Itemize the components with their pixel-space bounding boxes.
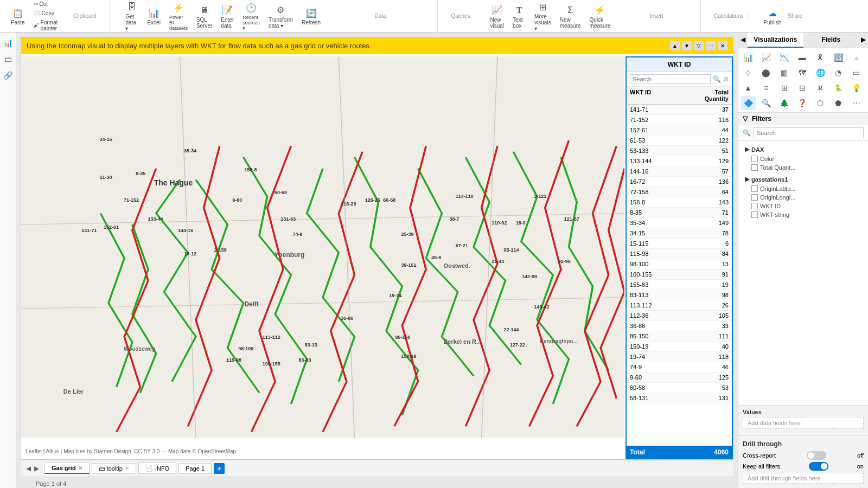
table-row[interactable]: 15-1156	[627, 239, 732, 249]
tab-info[interactable]: 📄 INFO	[138, 463, 176, 474]
enter-data-button[interactable]: 📝 Enter data	[219, 3, 236, 30]
excel-button[interactable]: 📊 Excel	[145, 5, 162, 27]
cut-button[interactable]: ✂ Cut	[31, 0, 60, 8]
viz-icon-stacked-bar[interactable]: 📊	[741, 50, 756, 65]
viz-icon-funnel[interactable]: ⬦	[849, 50, 864, 65]
tab-page1[interactable]: Page 1	[178, 463, 212, 474]
add-drill-fields[interactable]: Add drill-through fields here	[743, 473, 864, 484]
table-row[interactable]: 74-946	[627, 362, 732, 373]
table-row[interactable]: 141-7137	[627, 105, 732, 115]
panel-collapse-arrow[interactable]: ◀	[738, 33, 748, 48]
panel-expand-arrow[interactable]: ▶	[859, 33, 868, 48]
nav-prev[interactable]: ◀	[25, 464, 32, 473]
viz-icon-custom2[interactable]: ⬡	[813, 96, 828, 110]
table-row[interactable]: 83-11398	[627, 290, 732, 300]
viz-icon-filled-map[interactable]: 🌐	[813, 66, 828, 80]
table-row[interactable]: 53-13351	[627, 146, 732, 156]
viz-icon-custom4[interactable]: ⋯	[849, 96, 864, 110]
table-row[interactable]: 86-150111	[627, 331, 732, 342]
title-btn-close[interactable]: ✕	[718, 41, 727, 50]
format-painter-button[interactable]: 🖌 Format painter	[31, 18, 60, 33]
refresh-button[interactable]: 🔄 Refresh	[299, 5, 323, 27]
viz-icon-kpi[interactable]: ▲	[741, 81, 756, 95]
table-row[interactable]: 112-36105	[627, 311, 732, 321]
table-row[interactable]: 144-1657	[627, 166, 732, 177]
publish-button[interactable]: ☁ Publish	[761, 5, 783, 27]
viz-icon-table[interactable]: ⊞	[777, 81, 792, 95]
viz-icon-card[interactable]: ▭	[849, 66, 864, 80]
fields-item-color[interactable]: Color	[743, 155, 864, 163]
table-row[interactable]: 72-15864	[627, 187, 732, 197]
cross-report-toggle[interactable]	[807, 451, 826, 460]
get-data-button[interactable]: 🗄 Get data ▾	[123, 0, 141, 33]
fields-search-input[interactable]	[753, 127, 864, 138]
text-box-button[interactable]: T Text box	[510, 3, 528, 30]
tab-tooltip-close[interactable]: ✕	[125, 465, 129, 471]
table-search-icon[interactable]: 🔍	[713, 75, 721, 83]
title-btn-up[interactable]: ▲	[670, 41, 680, 50]
table-row[interactable]: 16-72136	[627, 177, 732, 187]
viz-icon-decomp[interactable]: 🌲	[777, 96, 792, 110]
viz-icon-line[interactable]: 📈	[758, 50, 774, 65]
sidebar-report-icon[interactable]: 📊	[2, 37, 14, 49]
new-visual-button[interactable]: 📈 New visual	[488, 3, 507, 30]
recent-sources-button[interactable]: 🕒 Recent sources ▾	[240, 1, 262, 32]
fields-item-total-quant...[interactable]: Total Quant...	[743, 163, 864, 172]
keep-filters-toggle[interactable]	[809, 462, 828, 471]
quick-measure-button[interactable]: ⚡ Quick measure	[588, 3, 613, 30]
viz-icon-waterfall[interactable]: 🔢	[831, 50, 846, 65]
tab-visualizations[interactable]: Visualizations	[748, 33, 803, 48]
viz-icon-search-icon-viz[interactable]: 🔍	[758, 96, 774, 110]
copy-button[interactable]: 📄 Copy	[31, 9, 60, 17]
table-row[interactable]: 61-53122	[627, 136, 732, 146]
table-filter-icon[interactable]: ⊘	[723, 75, 729, 83]
paste-button[interactable]: 📋 Paste	[9, 5, 27, 27]
viz-icon-clustered-bar[interactable]: ▬	[795, 50, 810, 65]
fields-item-originlatitu...[interactable]: OriginLatitu...	[743, 184, 864, 193]
fields-item-wkt-id[interactable]: WKT ID	[743, 202, 864, 210]
table-search-input[interactable]	[630, 74, 711, 84]
viz-icon-ai-smart[interactable]: 💡	[849, 81, 864, 95]
viz-icon-custom3[interactable]: ⬟	[831, 96, 846, 110]
table-row[interactable]: 115-9884	[627, 249, 732, 259]
map-container[interactable]: The Hague Ypenburg Delft Oostwed. Berkel…	[21, 56, 624, 438]
transform-button[interactable]: ⚙ Transform data ▾	[266, 3, 295, 30]
tab-fields[interactable]: Fields	[803, 33, 859, 48]
fields-section-header-dax[interactable]: ▶DAX	[743, 144, 864, 155]
viz-icon-py-visual[interactable]: 🐍	[831, 81, 846, 95]
title-btn-down[interactable]: ▼	[682, 41, 692, 50]
viz-icon-gauge[interactable]: ◔	[831, 66, 846, 80]
more-visuals-button[interactable]: ⊞ More visuals ▾	[532, 0, 553, 33]
table-row[interactable]: 71-152116	[627, 115, 732, 125]
filters-toggle[interactable]: ▽ Filters	[738, 113, 868, 125]
viz-icon-area[interactable]: 📉	[777, 50, 792, 65]
powerbi-button[interactable]: ⚡ Power BI datasets	[167, 1, 190, 32]
fields-section-header-gasstations1[interactable]: ▶gasstations1	[743, 174, 864, 184]
add-page-button[interactable]: +	[214, 463, 225, 474]
table-row[interactable]: 60-5853	[627, 383, 732, 393]
table-row[interactable]: 58-131131	[627, 393, 732, 403]
title-btn-filter[interactable]: ▽	[694, 41, 704, 50]
viz-icon-scatter[interactable]: ⊹	[741, 66, 756, 80]
fields-item-wkt-string[interactable]: WKT string	[743, 210, 864, 219]
viz-icon-slicer[interactable]: ≡	[758, 81, 774, 95]
viz-icon-r-visual[interactable]: R	[813, 81, 828, 95]
table-row[interactable]: 34-1578	[627, 228, 732, 239]
table-row[interactable]: 19-74118	[627, 352, 732, 362]
table-row[interactable]: 150-1940	[627, 342, 732, 352]
table-row[interactable]: 9-60125	[627, 373, 732, 383]
table-row[interactable]: 98-10013	[627, 259, 732, 269]
fields-item-originlongi...[interactable]: OriginLongi...	[743, 193, 864, 202]
sql-button[interactable]: 🖥 SQL Server	[194, 3, 214, 30]
tab-tooltip[interactable]: 🗃 tooltip ✕	[92, 463, 136, 474]
table-row[interactable]: 35-34149	[627, 218, 732, 228]
tab-gas-grid[interactable]: Gas grid ✕	[44, 463, 90, 474]
sidebar-model-icon[interactable]: 🔗	[2, 69, 14, 81]
viz-icon-ribbon[interactable]: 🎗	[813, 50, 828, 65]
table-row[interactable]: 152-6144	[627, 125, 732, 136]
add-data-fields[interactable]: Add data fields here	[743, 417, 864, 429]
title-btn-more[interactable]: ⋯	[706, 41, 716, 50]
nav-next[interactable]: ▶	[33, 464, 40, 473]
viz-icon-qna[interactable]: ❓	[795, 96, 810, 110]
table-row[interactable]: 158-8143	[627, 197, 732, 208]
